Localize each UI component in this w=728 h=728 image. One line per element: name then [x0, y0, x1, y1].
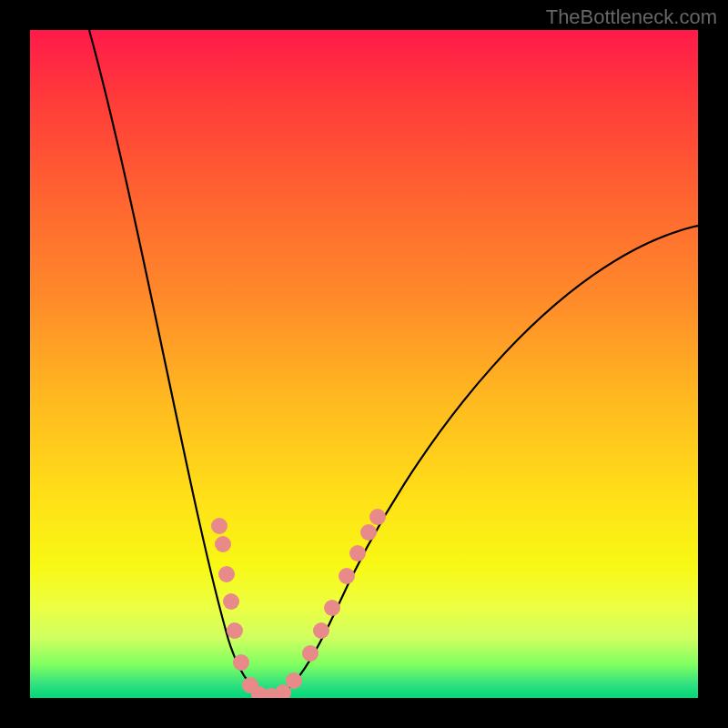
- data-point: [218, 566, 235, 582]
- data-point: [324, 600, 340, 616]
- data-point: [369, 509, 386, 525]
- data-point: [313, 622, 329, 639]
- data-point: [227, 622, 243, 639]
- data-point: [233, 654, 249, 671]
- data-point: [223, 593, 239, 610]
- data-point: [339, 568, 355, 584]
- data-point: [215, 536, 231, 552]
- data-point: [211, 518, 228, 534]
- data-point: [349, 545, 366, 561]
- data-point: [286, 672, 302, 689]
- data-point: [302, 645, 318, 662]
- watermark-text: TheBottleneck.com: [546, 5, 717, 29]
- chart-data-dots: [30, 30, 698, 698]
- chart-plot-area: [30, 30, 698, 698]
- data-point: [360, 524, 377, 541]
